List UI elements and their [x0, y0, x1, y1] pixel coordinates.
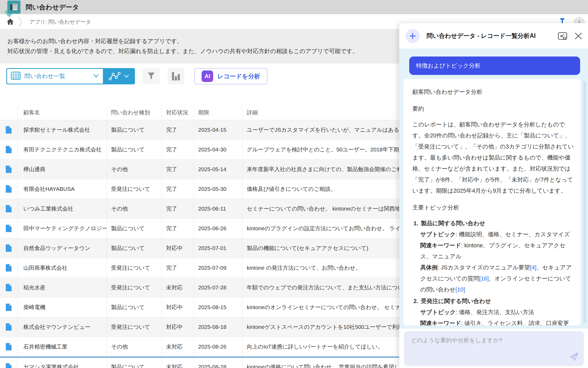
cell-status: 完了 — [162, 258, 194, 278]
record-open-cell[interactable] — [0, 258, 17, 278]
cell-inquiry-type: その他 — [107, 160, 162, 179]
cell-due-date: 2025-07-01 — [194, 238, 242, 258]
cell-due-date: 2025-06-11 — [194, 199, 242, 218]
view-selector-label: 問い合わせ一覧 — [24, 72, 93, 80]
bar-chart-icon — [171, 71, 180, 81]
cell-inquiry-type: その他 — [107, 199, 162, 218]
chevron-right-icon — [18, 16, 23, 29]
cell-status: 対応中 — [162, 238, 194, 258]
cell-due-date: 2025-04-15 — [194, 120, 242, 140]
record-document-icon — [5, 363, 12, 368]
record-document-icon — [5, 244, 12, 252]
record-open-cell[interactable] — [0, 160, 17, 179]
cell-status: 完了 — [162, 199, 194, 218]
view-selector-current[interactable]: 問い合わせ一覧 — [7, 69, 103, 84]
record-document-icon — [5, 224, 12, 233]
topic-number: 1. — [413, 220, 418, 227]
record-document-icon — [5, 283, 12, 292]
cell-inquiry-type: 受発注について — [107, 258, 162, 278]
send-button[interactable] — [569, 352, 579, 362]
breadcrumb-app-link[interactable]: アプリ: 問い合わせデータ — [29, 14, 91, 29]
send-icon — [569, 352, 579, 361]
table-view-icon — [11, 71, 21, 81]
record-open-cell[interactable] — [0, 238, 17, 258]
cell-status: 未対応 — [162, 357, 194, 368]
record-open-cell[interactable] — [0, 179, 17, 199]
report-summary-text: このレポートは、顧客問い合わせデータを分析したものです。全20件の問い合わせ記録… — [412, 119, 574, 196]
panel-scrollbar[interactable] — [583, 81, 586, 323]
analyze-records-button[interactable]: AI レコードを分析 — [194, 68, 267, 84]
popout-icon — [558, 32, 568, 40]
topic-lines: サブトピック: 機能説明、価格、セミナー、カスタマイズ関連キーワード: kint… — [412, 229, 574, 295]
record-open-cell[interactable] — [0, 199, 17, 218]
cell-status: 完了 — [162, 179, 194, 199]
cell-due-date: 2025-06-26 — [194, 219, 242, 238]
view-selector[interactable]: 問い合わせ一覧 — [6, 68, 135, 84]
cell-customer: 有限会社HAYABUSA — [17, 179, 107, 199]
chevron-down-icon — [93, 74, 99, 79]
cell-customer: 探求館ゼミナール株式会社 — [17, 120, 107, 140]
close-panel-button[interactable] — [574, 32, 582, 40]
ai-response-card: 顧客問い合わせデータ分析 要約 このレポートは、顧客問い合わせデータを分析したも… — [403, 79, 581, 325]
cell-customer: 田中マーケティングテクノロジー — [17, 219, 107, 238]
cell-inquiry-type: 受発注について — [107, 278, 162, 297]
cell-customer: 山田商事株式会社 — [17, 258, 107, 278]
record-open-cell[interactable] — [0, 298, 17, 317]
citation-link[interactable]: [16] — [479, 275, 489, 282]
home-icon[interactable] — [6, 18, 14, 27]
report-summary-heading: 要約 — [412, 103, 574, 114]
citation-link[interactable]: [4] — [530, 264, 536, 271]
record-open-cell[interactable] — [0, 317, 17, 337]
topic-title: 1.製品に関する問い合わせ — [413, 218, 574, 229]
column-header-customer[interactable]: 顧客名 — [17, 105, 107, 120]
record-open-cell[interactable] — [0, 219, 17, 238]
record-open-cell[interactable] — [0, 278, 17, 297]
new-analysis-button[interactable] — [406, 29, 420, 43]
cell-status: 対応中 — [162, 317, 194, 337]
record-document-icon — [5, 185, 12, 193]
record-open-cell[interactable] — [0, 337, 17, 356]
ai-panel-title: 問い合わせデータ - レコード一覧分析AI — [427, 32, 551, 40]
record-open-cell[interactable] — [0, 357, 17, 368]
record-document-icon — [5, 165, 12, 173]
user-message-bubble: 特徴およびトピック分析 — [409, 57, 580, 75]
topic-line: サブトピック: 機能説明、価格、セミナー、カスタマイズ — [420, 229, 574, 240]
cell-due-date: 2025-07-28 — [194, 278, 242, 297]
cell-inquiry-type: 製品について — [107, 298, 162, 317]
citation-link[interactable]: [10] — [455, 286, 465, 293]
record-open-cell[interactable] — [0, 120, 17, 140]
cell-customer: いつみ工業株式会社 — [17, 199, 107, 218]
analyze-records-label: レコードを分析 — [217, 72, 260, 80]
app-phone-icon[interactable] — [7, 1, 20, 14]
graph-view-toggle[interactable] — [103, 68, 135, 84]
column-header-due[interactable]: 期限 — [194, 105, 242, 120]
funnel-icon — [147, 72, 156, 81]
record-document-icon — [5, 303, 12, 311]
cell-inquiry-type: 製品について — [107, 140, 162, 159]
column-header-status[interactable]: 対応状況 — [162, 105, 194, 120]
list-toolbar: 問い合わせ一覧 — [6, 68, 267, 85]
topic-line: 関連キーワード: 値引き、ライセンス料、請求、口座変更 — [420, 318, 574, 325]
popout-button[interactable] — [558, 32, 568, 40]
cell-due-date: 2025-05-14 — [194, 160, 242, 179]
topic-number: 2. — [413, 298, 418, 304]
cell-inquiry-type: 製品について — [107, 357, 162, 368]
report-topics-heading: 主要トピック分析 — [412, 202, 574, 213]
cell-due-date: 2025-05-30 — [194, 179, 242, 199]
filter-button[interactable] — [143, 68, 160, 84]
ai-chat-area: 特徴およびトピック分析 顧客問い合わせデータ分析 要約 このレポートは、顧客問い… — [399, 49, 588, 329]
column-header-type[interactable]: 問い合わせ種別 — [107, 105, 162, 120]
aggregate-button[interactable] — [167, 68, 184, 84]
close-icon — [574, 32, 582, 40]
kintone-app-screen: 問い合わせデータ アプリ: 問い合わせデータ i お客様からのお問い合わせ内容・… — [0, 0, 588, 368]
record-document-icon — [5, 264, 12, 272]
cell-inquiry-type: 製品について — [107, 238, 162, 258]
topic-lines: サブトピック: 価格、発注方法、支払い方法関連キーワード: 値引き、ライセンス料… — [412, 307, 574, 325]
topic-title: 2.受発注に関する問い合わせ — [413, 296, 574, 307]
record-open-cell[interactable] — [0, 140, 17, 159]
cell-due-date: 2025-08-15 — [194, 298, 242, 317]
cell-customer: 柴崎電機 — [17, 298, 107, 317]
prompt-input-box[interactable] — [404, 331, 584, 366]
record-document-icon — [5, 205, 12, 213]
prompt-input[interactable] — [404, 331, 584, 366]
